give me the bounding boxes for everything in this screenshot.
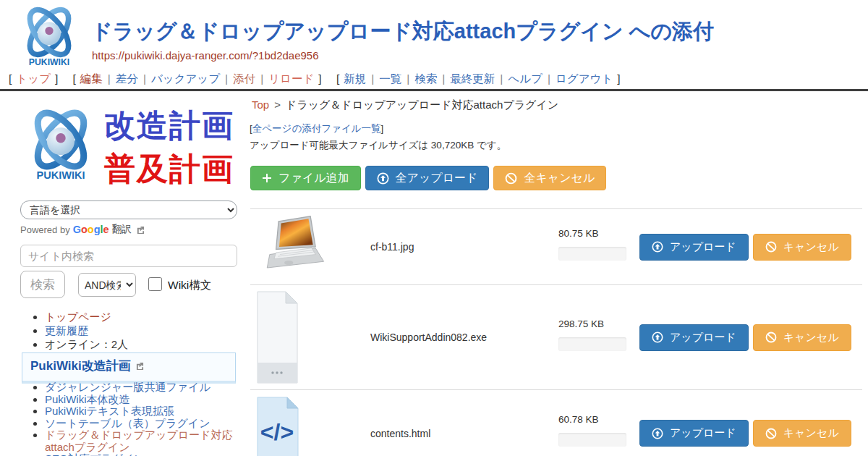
nav-bracket: [: [73, 72, 76, 85]
list-item: ドラッグ＆ドロップアップロード対応attachプラグイン: [45, 429, 239, 453]
cancel-button[interactable]: キャンセル: [753, 324, 851, 351]
file-actions: アップロード キャンセル: [639, 420, 851, 447]
cancel-label: キャンセル: [783, 240, 839, 254]
online-count: オンライン：2人: [45, 338, 128, 350]
nav-link-search[interactable]: 検索: [414, 72, 437, 85]
file-actions: アップロード キャンセル: [639, 324, 851, 351]
list-item: PukiWikiテキスト表現拡張: [45, 405, 239, 418]
nav-link-diff[interactable]: 差分: [116, 72, 138, 85]
nav-link-edit[interactable]: 編集: [80, 72, 103, 85]
add-files-button[interactable]: ファイル追加: [250, 166, 361, 190]
file-name: cf-b11.jpg: [370, 241, 558, 253]
sidebar-link-sort-table[interactable]: ソートテーブル（表）プラグイン: [45, 417, 210, 429]
upload-progress-bar: [558, 247, 626, 261]
nav-separator: |: [407, 72, 409, 85]
nav-link-backup[interactable]: バックアップ: [151, 72, 220, 85]
sidebar-link-toppage[interactable]: トップページ: [45, 311, 111, 323]
file-size: 80.75 KB: [558, 228, 639, 239]
nav-link-recent[interactable]: 最終更新: [450, 72, 495, 85]
add-files-label: ファイル追加: [278, 171, 349, 186]
ban-icon: [505, 172, 517, 185]
nav-group-site: [新規|一覧|検索|最終更新|ヘルプ|ログアウト]: [336, 72, 621, 85]
page-url-link[interactable]: https://pukiwiki.dajya-ranger.com/?1bd2d…: [92, 49, 319, 62]
upload-progress-bar: [558, 337, 626, 351]
cancel-all-button[interactable]: 全キャンセル: [493, 166, 606, 190]
upload-file-list: cf-b11.jpg 80.75 KB アップロード キャンセル: [250, 208, 862, 456]
nav-link-logout[interactable]: ログアウト: [556, 72, 613, 85]
file-name: contents.html: [370, 428, 558, 439]
search-button[interactable]: 検索: [20, 271, 65, 298]
list-item: ダジャレンジャー版共通ファイル: [45, 381, 239, 394]
nav-link-attach[interactable]: 添付: [233, 72, 255, 85]
cancel-button[interactable]: キャンセル: [753, 420, 851, 447]
nav-link-reload[interactable]: リロード: [268, 72, 314, 85]
upload-button[interactable]: アップロード: [639, 234, 749, 261]
sidebar-link-history[interactable]: 更新履歴: [45, 324, 88, 337]
sidebar-link-seo[interactable]: SEO対応プラグイン: [45, 452, 145, 456]
upload-button[interactable]: アップロード: [639, 420, 749, 447]
ban-icon: [765, 428, 777, 439]
cancel-button[interactable]: キャンセル: [753, 234, 851, 261]
nav-link-top[interactable]: トップ: [16, 72, 51, 85]
page-title[interactable]: ドラッグ＆ドロップアップロード対応attachプラグイン への添付: [91, 17, 714, 46]
html-code-file-icon: </>: [257, 397, 299, 456]
nav-group-top: [トップ]: [9, 72, 58, 85]
nav-separator: |: [108, 72, 111, 85]
sidebar-link-dnd-attach[interactable]: ドラッグ＆ドロップアップロード対応attachプラグイン: [45, 428, 233, 453]
all-pages-attach-list-link[interactable]: 全ページの添付ファイル一覧: [252, 123, 381, 134]
breadcrumb-home-link[interactable]: Top: [252, 98, 269, 111]
list-item: SEO対応プラグイン: [45, 453, 239, 456]
file-size: 298.75 KB: [558, 318, 639, 329]
logo-wordmark: PUKIWIKI: [29, 57, 69, 67]
sidebar-logo-kaizou: 改造計画: [104, 105, 234, 147]
generic-file-icon: [257, 291, 298, 384]
nav-separator: |: [143, 72, 146, 85]
language-select[interactable]: 言語を選択: [20, 200, 237, 219]
file-row: WikiSupportAddin082.exe 298.75 KB アップロード…: [250, 284, 862, 389]
attach-file-list-row: [全ページの添付ファイル一覧]: [250, 122, 383, 135]
nav-separator: |: [371, 72, 374, 85]
site-search-input[interactable]: [20, 245, 237, 267]
sidebar-link-text-ext[interactable]: PukiWikiテキスト表現拡張: [45, 405, 174, 417]
file-thumbnail-cell: [250, 291, 370, 384]
google-logo: Google: [73, 224, 109, 235]
bracket: ]: [380, 123, 383, 134]
wiki-syntax-checkbox[interactable]: [148, 277, 162, 291]
cancel-label: キャンセル: [783, 426, 839, 440]
pukiwiki-logo[interactable]: PUKIWIKI: [9, 4, 90, 72]
sidebar-quick-links: トップページ 更新履歴 オンライン：2人: [33, 310, 128, 351]
nav-link-new[interactable]: 新規: [344, 72, 366, 85]
file-meta-cell: 80.75 KB: [558, 228, 639, 261]
nav-separator: |: [442, 72, 445, 85]
google-translate-credit: Powered by Google 翻訳: [20, 223, 145, 236]
breadcrumb-separator: >: [274, 98, 281, 111]
max-upload-size-text: アップロード可能最大ファイルサイズは 30,720KB です。: [250, 139, 506, 152]
sidebar-pukiwiki-logo[interactable]: PUKIWIKI: [20, 100, 101, 193]
section-title-link[interactable]: PukiWiki改造計画: [30, 359, 131, 373]
ban-icon: [765, 332, 777, 343]
nav-separator: |: [548, 72, 550, 85]
laptop-photo-thumbnail: [263, 214, 327, 280]
upload-label: アップロード: [670, 426, 736, 440]
nav-group-page: [編集|差分|バックアップ|添付|リロード]: [73, 72, 322, 85]
upload-circle-icon: [652, 241, 663, 253]
nav-link-help[interactable]: ヘルプ: [508, 72, 542, 85]
sidebar-link-core-mods[interactable]: PukiWiki本体改造: [45, 393, 130, 405]
sidebar-link-common-files[interactable]: ダジャレンジャー版共通ファイル: [45, 381, 210, 393]
translate-link[interactable]: 翻訳: [112, 223, 132, 236]
nav-bracket: ]: [318, 72, 321, 85]
svg-text:</>: </>: [260, 419, 294, 445]
nav-bracket: [: [336, 72, 339, 85]
file-row: cf-b11.jpg 80.75 KB アップロード キャンセル: [250, 208, 862, 284]
wiki-syntax-label[interactable]: Wiki構文: [168, 278, 211, 293]
nav-separator: |: [500, 72, 503, 85]
upload-all-button[interactable]: 全アップロード: [365, 166, 490, 190]
upload-button[interactable]: アップロード: [639, 324, 749, 351]
header-divider: [0, 89, 868, 91]
sidebar-project-links: ダジャレンジャー版共通ファイル PukiWiki本体改造 PukiWikiテキス…: [33, 381, 239, 456]
upload-circle-icon: [652, 332, 663, 343]
upload-circle-icon: [377, 172, 389, 185]
nav-bracket: ]: [55, 72, 58, 85]
nav-link-list[interactable]: 一覧: [379, 72, 401, 85]
search-mode-select[interactable]: AND検索: [78, 273, 136, 297]
